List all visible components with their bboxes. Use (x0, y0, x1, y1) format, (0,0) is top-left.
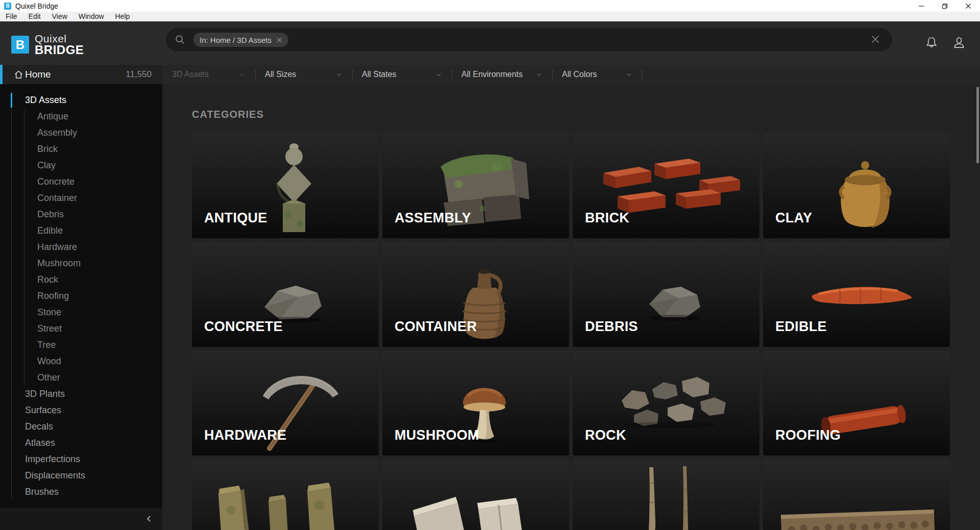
category-card-hardware[interactable]: HARDWARE (192, 350, 379, 456)
carved-wood-plank-image (763, 459, 950, 530)
filter-divider (552, 69, 553, 80)
category-card-label: ROOFING (775, 427, 841, 443)
search-chip-label: In: Home / 3D Assets (200, 36, 272, 44)
filter-label: All Sizes (265, 70, 296, 79)
concrete-kerb-slabs-image (382, 459, 569, 530)
category-card-antique[interactable]: ANTIQUE (192, 133, 379, 238)
minimize-button[interactable] (910, 0, 933, 12)
filter-label: All Colors (562, 70, 597, 79)
category-card-tree-partial[interactable] (573, 459, 760, 530)
window-controls (910, 0, 980, 12)
menu-file[interactable]: File (0, 12, 23, 21)
filter-dropdown-all-sizes[interactable]: All Sizes (265, 65, 352, 84)
category-card-wood-partial[interactable] (763, 459, 950, 530)
sidebar-collapse-button[interactable] (144, 514, 154, 524)
menu-edit[interactable]: Edit (23, 12, 46, 21)
category-card-edible[interactable]: EDIBLE (763, 242, 950, 347)
category-card-label: EDIBLE (775, 319, 827, 335)
menu-help[interactable]: Help (110, 12, 136, 21)
category-card-brick[interactable]: BRICK (573, 133, 760, 238)
menu-window[interactable]: Window (73, 12, 110, 21)
filter-divider (352, 69, 353, 80)
sidebar-nav: 3D Assets Antique Assembly Brick Clay Co… (0, 84, 162, 508)
thin-tree-trunks-image (573, 459, 760, 530)
search-input[interactable]: In: Home / 3D Assets (166, 28, 892, 52)
quixel-bridge-logo: B Quixel BRIDGE (11, 34, 84, 56)
main-area: 3D Assets All Sizes All States All Envir… (162, 65, 980, 530)
category-card-label: CONTAINER (395, 319, 477, 335)
filter-dropdown-3d-assets: 3D Assets (172, 65, 255, 84)
content-scroll-area: CATEGORIES ANTIQUE (162, 84, 980, 530)
selected-item-accent (11, 93, 12, 108)
filter-divider (255, 69, 256, 80)
menubar: File Edit View Window Help (0, 12, 980, 21)
filter-bar: 3D Assets All Sizes All States All Envir… (162, 65, 980, 84)
category-card-assembly[interactable]: ASSEMBLY (382, 133, 569, 238)
menu-view[interactable]: View (46, 12, 73, 21)
sidebar-item-decals[interactable]: Decals (0, 418, 162, 435)
category-card-street-partial[interactable] (382, 459, 569, 530)
minimize-icon (918, 3, 924, 9)
clear-x-icon (870, 34, 881, 45)
filter-divider (642, 69, 642, 80)
category-card-container[interactable]: CONTAINER (382, 242, 569, 347)
category-card-label: ANTIQUE (204, 210, 267, 226)
notifications-button[interactable] (925, 36, 938, 50)
sidebar-item-home[interactable]: Home 11,550 (0, 65, 162, 84)
chevron-down-icon (435, 71, 443, 79)
app-header: B Quixel BRIDGE In: Home / 3D Assets (0, 21, 980, 65)
category-card-concrete[interactable]: CONCRETE (192, 242, 379, 347)
category-grid: ANTIQUE ASSEMBLY (192, 133, 950, 530)
sidebar-item-imperfections[interactable]: Imperfections (0, 451, 162, 467)
search-clear-button[interactable] (870, 34, 881, 45)
category-card-label: BRICK (585, 210, 629, 226)
sidebar-item-brushes[interactable]: Brushes (0, 484, 162, 500)
logo-line-bridge: BRIDGE (35, 44, 84, 56)
category-card-label: HARDWARE (204, 427, 286, 443)
app-icon: B (4, 3, 11, 10)
filter-label: All Environments (461, 70, 523, 79)
search-filter-chip[interactable]: In: Home / 3D Assets (193, 33, 288, 47)
chevron-down-icon (625, 71, 632, 79)
mossy-stone-blocks-image (192, 459, 379, 530)
restore-icon (942, 3, 948, 9)
window-title: Quixel Bridge (15, 2, 58, 10)
restore-button[interactable] (933, 0, 957, 12)
close-icon (965, 3, 971, 9)
category-card-rock[interactable]: ROCK (573, 350, 760, 456)
quixel-bridge-window: B Quixel Bridge File Edit View Window He… (0, 0, 980, 530)
tree-guide-line-1 (11, 93, 12, 499)
sidebar-item-3d-assets[interactable]: 3D Assets (0, 92, 162, 108)
category-card-debris[interactable]: DEBRIS (573, 242, 760, 347)
search-icon (175, 34, 186, 45)
filter-label: 3D Assets (172, 70, 209, 79)
home-selected-accent (0, 65, 3, 84)
logo-icon: B (11, 36, 29, 54)
category-card-mushroom[interactable]: MUSHROOM (382, 350, 569, 456)
home-asset-count: 11,550 (126, 69, 152, 80)
section-title-categories: CATEGORIES (192, 109, 264, 120)
chip-remove-icon[interactable] (277, 37, 282, 43)
scrollbar-thumb[interactable] (976, 87, 979, 163)
chevron-down-icon (535, 71, 543, 79)
close-button[interactable] (957, 0, 980, 12)
sidebar-item-atlases[interactable]: Atlases (0, 435, 162, 451)
sidebar-item-3d-plants[interactable]: 3D Plants (0, 386, 162, 402)
filter-dropdown-all-environments[interactable]: All Environments (461, 65, 552, 84)
category-card-clay[interactable]: CLAY (763, 133, 950, 238)
chevron-left-icon (144, 514, 154, 524)
user-icon (952, 36, 966, 50)
logo-line-quixel: Quixel (35, 34, 84, 44)
category-card-label: CLAY (775, 210, 812, 226)
category-card-label: MUSHROOM (395, 427, 479, 443)
account-button[interactable] (952, 36, 966, 50)
tree-guide-line-2 (24, 110, 24, 386)
sidebar-item-surfaces[interactable]: Surfaces (0, 402, 162, 418)
filter-dropdown-all-colors[interactable]: All Colors (562, 65, 642, 84)
filter-label: All States (362, 70, 397, 79)
sidebar-item-displacements[interactable]: Displacements (0, 467, 162, 484)
category-card-stone-partial[interactable] (192, 459, 379, 530)
category-card-roofing[interactable]: ROOFING (763, 350, 950, 456)
filter-dropdown-all-states[interactable]: All States (362, 65, 452, 84)
sidebar: Home 11,550 3D Assets Antique Assembly B… (0, 65, 162, 530)
